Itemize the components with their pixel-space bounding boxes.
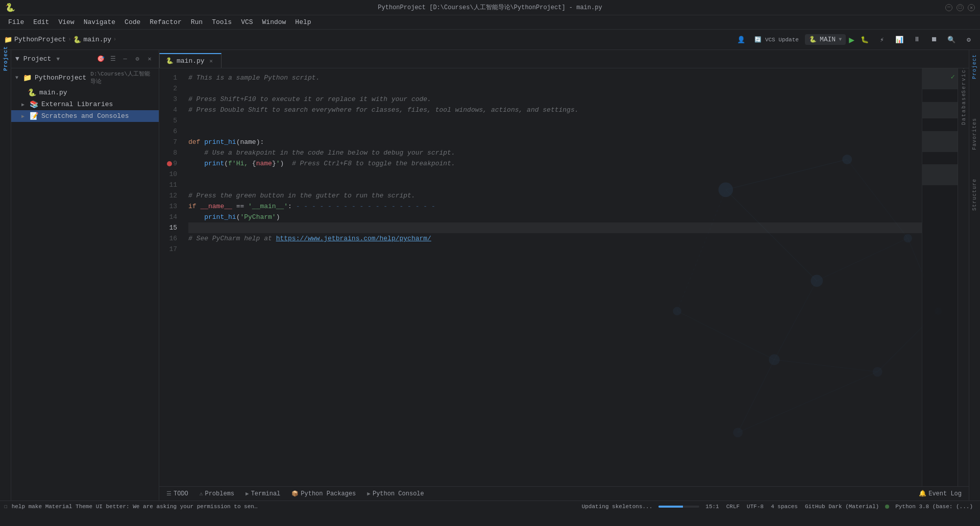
fstring-close: }	[272, 158, 276, 169]
tab-close-button[interactable]: ✕	[208, 58, 215, 65]
code-line-15	[188, 222, 922, 233]
line-numbers: 1 2 3 4 5 6 7 8 9 10 11 12 13 14 15 16 1…	[159, 68, 182, 486]
python-version[interactable]: Python 3.8 (base: (...)	[892, 504, 976, 510]
close-button[interactable]: ✕	[968, 4, 975, 11]
bottom-tab-problems[interactable]: ⚠ Problems	[194, 488, 239, 499]
project-locate-button[interactable]: 🎯	[95, 54, 106, 64]
line-separator[interactable]: CRLF	[723, 504, 743, 510]
root-folder-icon: 📁	[23, 73, 32, 82]
tabs-bar: 🐍 main.py ✕	[159, 50, 969, 68]
maximize-button[interactable]: □	[957, 4, 964, 11]
project-dropdown-icon[interactable]: ▼	[15, 55, 19, 63]
run-config-dropdown[interactable]: ▼	[839, 37, 842, 42]
user-button[interactable]: 👤	[734, 33, 748, 47]
minimap[interactable]: ✓	[922, 68, 958, 486]
menu-tools[interactable]: Tools	[208, 17, 236, 28]
coverage-button[interactable]: ⚡	[875, 33, 889, 47]
breakpoint-indicator	[167, 161, 172, 166]
comment-3: # Press Shift+F10	[188, 94, 260, 105]
project-close-button[interactable]: ✕	[144, 54, 155, 64]
code-line-17	[188, 244, 922, 255]
project-panel-title: Project	[23, 55, 52, 63]
comment-4: # Press Double Shift to search everywher…	[188, 105, 579, 115]
root-folder-name: PythonProject	[35, 74, 86, 82]
code-editor[interactable]: # This is a sample Python script. # Pres…	[182, 68, 922, 486]
indent[interactable]: 4 spaces	[768, 504, 801, 510]
menu-vcs[interactable]: VCS	[237, 17, 257, 28]
cursor-position[interactable]: 15:1	[702, 504, 722, 510]
settings-button[interactable]: ⚙	[962, 33, 976, 47]
code-line-2	[188, 83, 922, 94]
title-bar: 🐍 PythonProject [D:\Courses\人工智能导论\Pytho…	[0, 0, 980, 15]
event-log-tab[interactable]: 🔔 Event Log	[914, 488, 967, 499]
status-notification-text[interactable]: help make Material Theme UI better: We a…	[9, 504, 264, 510]
vcs-update-button[interactable]: 🔄 VCS Update	[751, 33, 802, 47]
menu-run[interactable]: Run	[187, 17, 207, 28]
bottom-tabs-bar: ☰ TODO ⚠ Problems ▶ Terminal 📦 Python Pa…	[159, 486, 969, 500]
tree-root-item[interactable]: ▼ 📁 PythonProject D:\Courses\人工智能导论	[11, 68, 159, 87]
comment-9: # Press Ctrl+F8 to toggle the breakpoint…	[292, 158, 455, 169]
no-problems-indicator: ✓	[951, 72, 955, 81]
main-py-label: main.py	[39, 89, 67, 96]
fstring-open: {	[252, 158, 256, 169]
line-num-15: 15	[159, 222, 177, 233]
bottom-tab-todo[interactable]: ☰ TODO	[161, 488, 193, 499]
scratches-label: Scratches and Consoles	[41, 112, 129, 120]
search-everywhere-button[interactable]: 🔍	[944, 33, 959, 47]
menu-file[interactable]: File	[4, 17, 28, 28]
project-collapse-button[interactable]: —	[120, 54, 130, 64]
line-num-13: 13	[159, 201, 177, 212]
tree-main-py[interactable]: 🐍 main.py	[11, 87, 159, 98]
bottom-tab-python-console[interactable]: ▶ Python Console	[362, 488, 429, 499]
debug-button[interactable]: 🐛	[857, 33, 872, 47]
menu-navigate[interactable]: Navigate	[80, 17, 119, 28]
project-expand-button[interactable]: ☰	[108, 54, 118, 64]
encoding[interactable]: UTF-8	[744, 504, 767, 510]
stop-button[interactable]: ⏹	[927, 33, 941, 47]
menu-edit[interactable]: Edit	[29, 17, 53, 28]
editor-container: 🐍 main.py ✕	[159, 50, 969, 500]
run-button[interactable]: ▶	[849, 34, 854, 45]
event-log-icon: 🔔	[919, 490, 926, 497]
event-log-label: Event Log	[928, 490, 962, 497]
file-breadcrumb[interactable]: main.py	[83, 36, 111, 43]
project-breadcrumb[interactable]: PythonProject	[14, 36, 66, 43]
project-tool-icon[interactable]: Project	[1, 54, 10, 63]
menu-refactor[interactable]: Refactor	[145, 17, 185, 28]
bottom-tab-terminal[interactable]: ▶ Terminal	[240, 488, 285, 499]
comment-12: # Press the green button in the gutter t…	[188, 190, 415, 201]
punct-13: :	[288, 201, 292, 212]
project-right-icon[interactable]: Project	[972, 54, 977, 79]
editor-area[interactable]: 1 2 3 4 5 6 7 8 9 10 11 12 13 14 15 16 1…	[159, 68, 969, 486]
theme[interactable]: GitHub Dark (Material)	[802, 504, 882, 510]
menu-window[interactable]: Window	[258, 17, 290, 28]
menu-code[interactable]: Code	[120, 17, 144, 28]
notifications-icon[interactable]: Services	[959, 72, 968, 82]
line-num-9: 9	[159, 158, 177, 169]
structure-right-icon[interactable]: Structure	[972, 179, 977, 211]
code-line-16: # See PyCharm help at https://www.jetbra…	[188, 233, 922, 244]
database-icon[interactable]: Database	[959, 104, 968, 113]
line-num-17: 17	[159, 244, 177, 255]
title-left: 🐍	[5, 3, 15, 13]
project-settings-button[interactable]: ⚙	[132, 54, 142, 64]
tree-scratches[interactable]: ▶ 📝 Scratches and Consoles	[11, 110, 159, 122]
favorites-right-icon[interactable]: Favorites	[972, 118, 977, 150]
minimap-content	[922, 68, 958, 486]
minimize-button[interactable]: ─	[945, 4, 952, 11]
tab-main-py[interactable]: 🐍 main.py ✕	[159, 53, 222, 68]
packages-icon: 📦	[291, 490, 299, 497]
breadcrumb-sep2: ›	[113, 37, 116, 42]
terminal-label: Terminal	[251, 490, 281, 497]
tree-external-libs[interactable]: ▶ 📚 External Libraries	[11, 98, 159, 110]
op-eq: ==	[232, 201, 248, 212]
menu-help[interactable]: Help	[291, 17, 315, 28]
status-left: ☐ help make Material Theme UI better: We…	[4, 503, 264, 510]
help-link[interactable]: https://www.jetbrains.com/help/pycharm/	[276, 233, 431, 244]
profile-button[interactable]: 📊	[892, 33, 906, 47]
menu-view[interactable]: View	[54, 17, 78, 28]
pause-button[interactable]: ⏸	[910, 33, 924, 47]
var-name: name	[256, 158, 272, 169]
bottom-tab-python-packages[interactable]: 📦 Python Packages	[286, 488, 361, 499]
fstring-f: f'Hi,	[228, 158, 252, 169]
